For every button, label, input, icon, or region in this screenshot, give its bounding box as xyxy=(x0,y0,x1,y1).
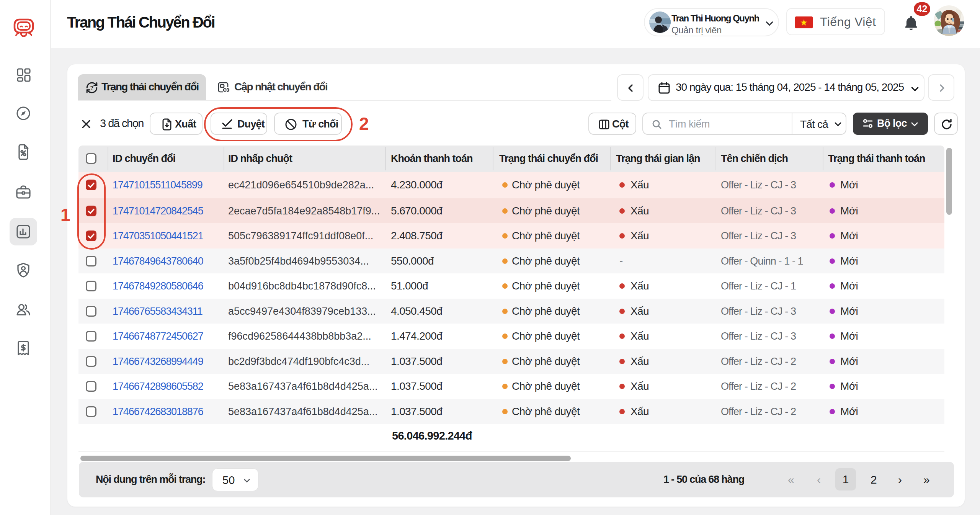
svg-text:?: ? xyxy=(90,84,93,91)
